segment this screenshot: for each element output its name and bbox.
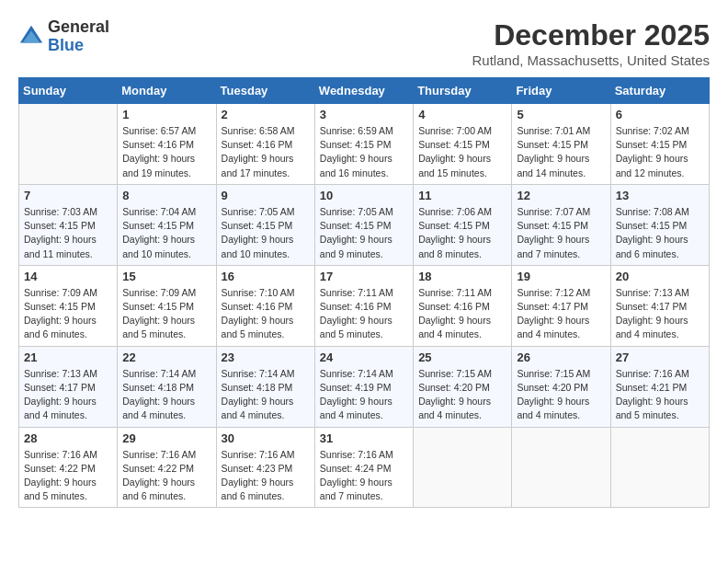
title-block: December 2025 Rutland, Massachusetts, Un… xyxy=(472,18,710,68)
weekday-header-monday: Monday xyxy=(118,78,216,104)
calendar-cell xyxy=(19,104,118,185)
day-info: Sunrise: 7:12 AMSunset: 4:17 PMDaylight:… xyxy=(517,286,605,342)
calendar-cell: 8Sunrise: 7:04 AMSunset: 4:15 PMDaylight… xyxy=(118,184,216,265)
weekday-header-tuesday: Tuesday xyxy=(216,78,314,104)
day-info: Sunrise: 7:11 AMSunset: 4:16 PMDaylight:… xyxy=(418,286,506,342)
calendar-cell: 31Sunrise: 7:16 AMSunset: 4:24 PMDayligh… xyxy=(314,427,413,508)
calendar-cell: 12Sunrise: 7:07 AMSunset: 4:15 PMDayligh… xyxy=(512,184,610,265)
day-info: Sunrise: 6:57 AMSunset: 4:16 PMDaylight:… xyxy=(122,124,210,180)
day-number: 30 xyxy=(222,431,310,445)
day-number: 12 xyxy=(517,189,605,202)
day-info: Sunrise: 7:03 AMSunset: 4:15 PMDaylight:… xyxy=(24,205,112,261)
logo-icon xyxy=(18,24,44,50)
calendar-cell: 15Sunrise: 7:09 AMSunset: 4:15 PMDayligh… xyxy=(118,265,216,346)
day-info: Sunrise: 7:14 AMSunset: 4:18 PMDaylight:… xyxy=(222,367,310,423)
day-info: Sunrise: 7:00 AMSunset: 4:15 PMDaylight:… xyxy=(418,124,506,180)
calendar-cell: 30Sunrise: 7:16 AMSunset: 4:23 PMDayligh… xyxy=(216,427,314,508)
day-number: 3 xyxy=(320,108,408,121)
week-row-1: 1Sunrise: 6:57 AMSunset: 4:16 PMDaylight… xyxy=(19,104,710,185)
day-info: Sunrise: 7:05 AMSunset: 4:15 PMDaylight:… xyxy=(320,205,408,261)
day-number: 11 xyxy=(418,189,506,202)
logo-blue-text: Blue xyxy=(48,37,109,55)
day-number: 8 xyxy=(122,189,210,202)
weekday-header-saturday: Saturday xyxy=(610,78,709,104)
day-number: 28 xyxy=(24,431,112,445)
calendar-cell: 5Sunrise: 7:01 AMSunset: 4:15 PMDaylight… xyxy=(512,104,610,185)
day-info: Sunrise: 7:06 AMSunset: 4:15 PMDaylight:… xyxy=(418,205,506,261)
day-number: 7 xyxy=(24,189,112,202)
calendar-cell: 18Sunrise: 7:11 AMSunset: 4:16 PMDayligh… xyxy=(414,265,512,346)
weekday-header-thursday: Thursday xyxy=(414,78,512,104)
day-info: Sunrise: 7:16 AMSunset: 4:23 PMDaylight:… xyxy=(222,448,310,504)
day-info: Sunrise: 7:16 AMSunset: 4:22 PMDaylight:… xyxy=(24,448,112,504)
day-number: 13 xyxy=(616,189,704,202)
calendar-cell: 3Sunrise: 6:59 AMSunset: 4:15 PMDaylight… xyxy=(314,104,413,185)
calendar-cell xyxy=(512,427,610,508)
day-number: 4 xyxy=(418,108,506,121)
calendar-cell: 2Sunrise: 6:58 AMSunset: 4:16 PMDaylight… xyxy=(216,104,314,185)
day-info: Sunrise: 7:04 AMSunset: 4:15 PMDaylight:… xyxy=(122,205,210,261)
day-number: 20 xyxy=(616,270,704,283)
day-info: Sunrise: 7:15 AMSunset: 4:20 PMDaylight:… xyxy=(517,367,605,423)
day-info: Sunrise: 7:07 AMSunset: 4:15 PMDaylight:… xyxy=(517,205,605,261)
day-info: Sunrise: 7:13 AMSunset: 4:17 PMDaylight:… xyxy=(24,367,112,423)
day-number: 19 xyxy=(517,270,605,283)
calendar-cell: 7Sunrise: 7:03 AMSunset: 4:15 PMDaylight… xyxy=(19,184,118,265)
day-number: 22 xyxy=(122,350,210,364)
day-info: Sunrise: 6:59 AMSunset: 4:15 PMDaylight:… xyxy=(320,124,408,180)
calendar-cell xyxy=(610,427,709,508)
day-number: 26 xyxy=(517,350,605,364)
calendar-cell: 14Sunrise: 7:09 AMSunset: 4:15 PMDayligh… xyxy=(19,265,118,346)
weekday-header-row: SundayMondayTuesdayWednesdayThursdayFrid… xyxy=(19,78,710,104)
day-info: Sunrise: 7:09 AMSunset: 4:15 PMDaylight:… xyxy=(24,286,112,342)
day-number: 9 xyxy=(222,189,310,202)
location-subtitle: Rutland, Massachusetts, United States xyxy=(472,52,710,68)
calendar-cell: 26Sunrise: 7:15 AMSunset: 4:20 PMDayligh… xyxy=(512,346,610,427)
day-number: 16 xyxy=(222,270,310,283)
logo-general-text: General xyxy=(48,18,109,37)
day-number: 17 xyxy=(320,270,408,283)
weekday-header-friday: Friday xyxy=(512,78,610,104)
day-info: Sunrise: 7:16 AMSunset: 4:24 PMDaylight:… xyxy=(320,448,408,504)
weekday-header-wednesday: Wednesday xyxy=(314,78,413,104)
day-number: 2 xyxy=(222,108,310,121)
calendar-cell: 6Sunrise: 7:02 AMSunset: 4:15 PMDaylight… xyxy=(610,104,709,185)
day-number: 27 xyxy=(616,350,704,364)
calendar-cell: 29Sunrise: 7:16 AMSunset: 4:22 PMDayligh… xyxy=(118,427,216,508)
day-info: Sunrise: 7:14 AMSunset: 4:18 PMDaylight:… xyxy=(122,367,210,423)
day-info: Sunrise: 7:16 AMSunset: 4:21 PMDaylight:… xyxy=(616,367,704,423)
month-year-title: December 2025 xyxy=(472,18,710,52)
calendar-cell: 23Sunrise: 7:14 AMSunset: 4:18 PMDayligh… xyxy=(216,346,314,427)
day-number: 29 xyxy=(122,431,210,445)
day-info: Sunrise: 7:13 AMSunset: 4:17 PMDaylight:… xyxy=(616,286,704,342)
day-number: 21 xyxy=(24,350,112,364)
calendar-cell: 1Sunrise: 6:57 AMSunset: 4:16 PMDaylight… xyxy=(118,104,216,185)
day-info: Sunrise: 7:01 AMSunset: 4:15 PMDaylight:… xyxy=(517,124,605,180)
calendar-cell: 21Sunrise: 7:13 AMSunset: 4:17 PMDayligh… xyxy=(19,346,118,427)
calendar-cell xyxy=(414,427,512,508)
page-header: General Blue December 2025 Rutland, Mass… xyxy=(18,18,710,68)
calendar-table: SundayMondayTuesdayWednesdayThursdayFrid… xyxy=(18,77,710,508)
day-number: 25 xyxy=(418,350,506,364)
calendar-cell: 9Sunrise: 7:05 AMSunset: 4:15 PMDaylight… xyxy=(216,184,314,265)
calendar-cell: 20Sunrise: 7:13 AMSunset: 4:17 PMDayligh… xyxy=(610,265,709,346)
calendar-cell: 22Sunrise: 7:14 AMSunset: 4:18 PMDayligh… xyxy=(118,346,216,427)
calendar-cell: 10Sunrise: 7:05 AMSunset: 4:15 PMDayligh… xyxy=(314,184,413,265)
day-info: Sunrise: 7:10 AMSunset: 4:16 PMDaylight:… xyxy=(222,286,310,342)
day-number: 15 xyxy=(122,270,210,283)
day-number: 31 xyxy=(320,431,408,445)
calendar-cell: 4Sunrise: 7:00 AMSunset: 4:15 PMDaylight… xyxy=(414,104,512,185)
week-row-2: 7Sunrise: 7:03 AMSunset: 4:15 PMDaylight… xyxy=(19,184,710,265)
day-info: Sunrise: 7:15 AMSunset: 4:20 PMDaylight:… xyxy=(418,367,506,423)
week-row-5: 28Sunrise: 7:16 AMSunset: 4:22 PMDayligh… xyxy=(19,427,710,508)
logo: General Blue xyxy=(18,18,109,55)
calendar-cell: 25Sunrise: 7:15 AMSunset: 4:20 PMDayligh… xyxy=(414,346,512,427)
day-info: Sunrise: 7:05 AMSunset: 4:15 PMDaylight:… xyxy=(222,205,310,261)
day-number: 14 xyxy=(24,270,112,283)
weekday-header-sunday: Sunday xyxy=(19,78,118,104)
day-number: 10 xyxy=(320,189,408,202)
calendar-cell: 19Sunrise: 7:12 AMSunset: 4:17 PMDayligh… xyxy=(512,265,610,346)
day-info: Sunrise: 7:14 AMSunset: 4:19 PMDaylight:… xyxy=(320,367,408,423)
day-info: Sunrise: 7:08 AMSunset: 4:15 PMDaylight:… xyxy=(616,205,704,261)
day-number: 24 xyxy=(320,350,408,364)
